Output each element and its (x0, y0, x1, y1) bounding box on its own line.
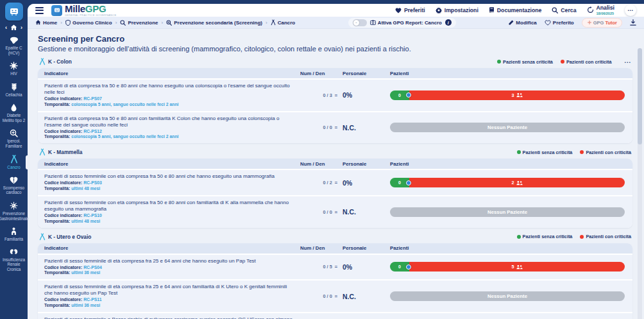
table-row[interactable]: Pazienti di sesso femminile con età comp… (38, 169, 632, 195)
kidneys-icon (10, 248, 18, 256)
table-header: Indicatore Num / Den Personale Pazienti (38, 243, 632, 254)
ribbon-icon (39, 148, 46, 156)
section-k-utero-ovaio: K - Utero e Ovaio Pazienti senza critici… (38, 233, 632, 319)
download-button[interactable] (630, 17, 636, 28)
heart-icon (395, 8, 402, 13)
indicator-code-link[interactable]: RC-PS03 (83, 180, 102, 185)
info-icon[interactable]: i (445, 19, 452, 26)
personale-value: 0% (343, 263, 385, 271)
indicator-code-link[interactable]: RC-PS12 (83, 129, 102, 134)
breadcrumb-governo-clinico[interactable]: Governo Clinico (65, 20, 112, 26)
nav-home-icon[interactable] (10, 24, 17, 31)
sidebar-item-hiv[interactable]: HIV (0, 58, 28, 80)
breadcrumb-cancro[interactable]: Cancro (271, 19, 296, 26)
brand-logo-icon (51, 5, 62, 16)
sidebar-item-cancro[interactable]: Cancro (0, 151, 28, 173)
indicator-code-link[interactable]: RC-PS11 (83, 297, 101, 302)
gpgtutor-button[interactable]: GPGTutor (582, 18, 622, 28)
patients-bar[interactable]: 0 3 (390, 91, 625, 100)
bar-slider-handle[interactable] (406, 264, 411, 270)
sidebar-item-renale[interactable]: Insufficienza Renale Cronica (0, 245, 28, 275)
sidebar-item-label: Ipercol. Familiare (1, 139, 27, 148)
magnifier-plus-icon (10, 129, 18, 137)
nav-forward-icon[interactable]: › (21, 24, 22, 31)
analisi-date: 18/06/2025 (597, 12, 615, 15)
impostazioni-button[interactable]: Impostazioni (436, 7, 479, 13)
sidebar-item-scompenso[interactable]: Scompenso cardiaco (0, 173, 28, 198)
vertical-scrollbar[interactable] (638, 48, 642, 319)
sidebar-item-epatite-c[interactable]: Epatite C (HCV) (0, 33, 28, 58)
indicator-code-link[interactable]: RC-PS07 (83, 96, 102, 101)
documentazione-button[interactable]: Documentazione (489, 7, 542, 13)
brand-logo[interactable]: MilleGPG GENERAL PRACTICE GOVERNANCE (51, 4, 117, 17)
app-window: ‹ › Epatite C (HCV) HIV Celiachia Diabet… (0, 0, 644, 319)
breadcrumb-prevenzione[interactable]: Prevenzione (120, 20, 158, 26)
report-bar: Home › Governo Clinico › Prevenzione › P… (28, 17, 644, 29)
main-panel: MilleGPG GENERAL PRACTICE GOVERNANCE Pre… (28, 4, 644, 319)
bar-slider-handle[interactable] (406, 180, 411, 185)
scrollbar-thumb[interactable] (638, 48, 642, 144)
breadcrumb-home[interactable]: Home (35, 20, 57, 26)
app-logo-icon[interactable] (5, 3, 23, 21)
section-title: K - Colon (48, 58, 72, 65)
ribbon-icon (10, 155, 18, 164)
sidebar-item-label: Familiarità (4, 237, 23, 242)
breadcrumb-prevenzione-secondaria[interactable]: Prevenzione secondaria (Screening) (166, 20, 262, 26)
table-row[interactable]: Pazienti di età compresa tra 50 e 80 ann… (38, 78, 632, 111)
patients-icon (516, 264, 523, 270)
bar-red-segment: 2 (409, 178, 625, 187)
table-row[interactable]: Pazienti di sesso femminile con età comp… (38, 195, 632, 228)
bar-slider-handle[interactable] (406, 92, 411, 98)
indicator-code-link[interactable]: RC-PS04 (83, 265, 102, 270)
sidebar-item-gastro[interactable]: Prevenzione Gastrointestinale (0, 198, 28, 224)
ribbon-icon (39, 233, 46, 241)
section-more-button[interactable]: ... (624, 60, 631, 63)
bar-red-segment: 3 (409, 91, 625, 100)
brand-name-primary: Mille (65, 4, 85, 14)
breadcrumb: Home › Governo Clinico › Prevenzione › P… (35, 19, 295, 26)
cerca-button[interactable]: Cerca (552, 7, 576, 13)
personale-value: 0% (343, 91, 385, 99)
droplet-icon (10, 103, 17, 112)
sidebar-item-celiachia[interactable]: Celiachia (0, 80, 28, 101)
no-patients-bar: Nessun Paziente (390, 207, 625, 217)
gpg-report-toggle-group: - Attiva GPG Report: Cancro i (348, 18, 456, 28)
sidebar-item-label: Cancro (7, 165, 20, 170)
nav-back-icon[interactable]: ‹ (5, 24, 7, 31)
sidebar-item-ipercol[interactable]: Ipercol. Familiare (0, 126, 28, 151)
patients-bar[interactable]: 0 5 (390, 262, 625, 272)
sidebar-item-diabete[interactable]: Diabete Mellito tipo 2 (0, 100, 28, 126)
table-row[interactable]: Pazienti di età compresa tra 50 e 80 ann… (38, 111, 632, 144)
preferito-button[interactable]: Preferito (545, 20, 574, 26)
table-row[interactable]: Pazienti di sesso femminile di età compr… (38, 279, 632, 312)
book-icon (489, 7, 495, 13)
page-subtitle: Gestione e monitoraggio dell'attività di… (38, 45, 632, 53)
personale-value: N.C. (343, 124, 385, 132)
search-icon (120, 20, 126, 26)
ribbon-icon (271, 19, 276, 26)
indicator-code-link[interactable]: RC-PS10 (83, 213, 102, 218)
gpg-report-toggle[interactable]: - (353, 19, 367, 26)
modifica-button[interactable]: Modifica (509, 20, 536, 26)
red-dot-icon (561, 60, 564, 64)
analisi-button[interactable]: Analisi 18/06/2025 (587, 5, 615, 15)
personale-value: 0% (343, 179, 385, 187)
menu-icon[interactable] (35, 7, 44, 14)
table-row[interactable]: Pazienti di sesso femminile di età compr… (38, 254, 632, 280)
sidebar-item-familiarita[interactable]: Familiarità (0, 224, 28, 245)
heart-outline-icon (545, 20, 551, 26)
indicator-table: Indicatore Num / Den Personale Pazienti … (38, 159, 632, 227)
liver-icon (10, 37, 19, 44)
home-icon (35, 20, 41, 25)
preferiti-button[interactable]: Preferiti (395, 7, 425, 13)
patients-bar: Nessun Paziente (390, 291, 625, 301)
patients-bar[interactable]: 0 2 (390, 178, 625, 187)
table-row[interactable]: Pazienti di sesso femminile a Basso risc… (38, 312, 632, 319)
green-dot-icon (517, 235, 521, 239)
tutor-icon (587, 20, 592, 25)
disease-sidebar: ‹ › Epatite C (HCV) HIV Celiachia Diabet… (0, 0, 28, 319)
table-header: Indicatore Num / Den Personale Pazienti (38, 159, 632, 169)
search-icon (552, 7, 558, 13)
ribbon-icon (39, 58, 46, 65)
header-more-button[interactable]: ... (625, 4, 636, 16)
